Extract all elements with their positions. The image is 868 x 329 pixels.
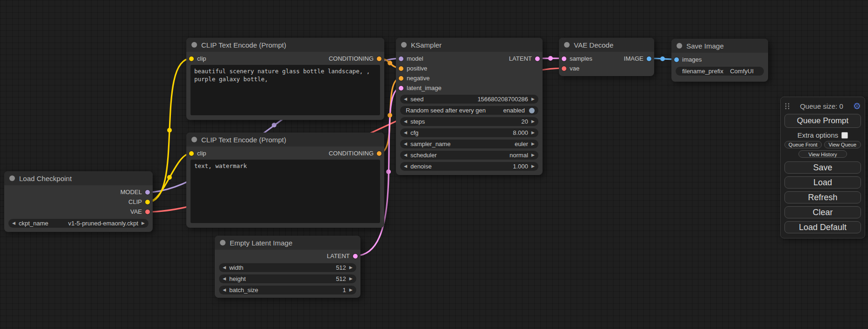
- widget-name: sampler_name: [410, 140, 451, 147]
- prompt-text-input[interactable]: beautiful scenery nature glass bottle la…: [191, 65, 380, 115]
- widget-value: 20: [428, 118, 528, 125]
- node-clip-text-encode-positive[interactable]: CLIP Text Encode (Prompt) clip CONDITION…: [186, 38, 384, 120]
- collapse-dot[interactable]: [220, 240, 226, 245]
- increment-arrow-icon[interactable]: ▶: [531, 119, 535, 124]
- clip-input-port[interactable]: [189, 56, 194, 61]
- collapse-dot[interactable]: [191, 42, 197, 48]
- wire-dot-image: [660, 56, 665, 61]
- prompt-text-input[interactable]: text, watermark: [191, 160, 380, 223]
- decrement-arrow-icon[interactable]: ◀: [223, 266, 226, 270]
- widget-value: enabled: [489, 107, 526, 114]
- gear-icon[interactable]: ⚙: [853, 102, 861, 111]
- slot-label: images: [682, 56, 702, 63]
- view-queue-button[interactable]: View Queue: [824, 141, 861, 148]
- widget-name: height: [229, 275, 246, 282]
- image-output-port[interactable]: [647, 56, 651, 61]
- widget-value: 1: [261, 287, 346, 294]
- node-title: Empty Latent Image: [230, 239, 292, 247]
- width-widget[interactable]: ◀ width 512 ▶: [219, 263, 356, 272]
- collapse-dot[interactable]: [9, 175, 15, 181]
- collapse-dot[interactable]: [191, 137, 197, 142]
- collapse-dot[interactable]: [564, 42, 570, 48]
- clip-output-port[interactable]: [145, 200, 150, 204]
- latent-output-port[interactable]: [353, 254, 358, 259]
- collapse-dot[interactable]: [401, 42, 407, 48]
- decrement-arrow-icon[interactable]: ◀: [404, 153, 407, 157]
- positive-input-port[interactable]: [399, 66, 403, 71]
- images-input-port[interactable]: [674, 57, 679, 62]
- increment-arrow-icon[interactable]: ▶: [349, 288, 353, 292]
- filename-prefix-widget[interactable]: filename_prefix ComfyUI: [676, 67, 764, 76]
- node-clip-text-encode-negative[interactable]: CLIP Text Encode (Prompt) clip CONDITION…: [186, 133, 384, 228]
- load-button[interactable]: Load: [784, 176, 861, 189]
- clip-input-port[interactable]: [189, 151, 194, 156]
- queue-prompt-button[interactable]: Queue Prompt: [784, 114, 861, 128]
- increment-arrow-icon[interactable]: ▶: [531, 131, 535, 135]
- increment-arrow-icon[interactable]: ▶: [531, 97, 535, 101]
- node-ksampler[interactable]: KSampler model LATENT positive negative …: [396, 38, 543, 175]
- ckpt-name-widget[interactable]: ◀ ckpt_name v1-5-pruned-emaonly.ckpt ▶: [8, 219, 148, 228]
- refresh-button[interactable]: Refresh: [784, 191, 861, 203]
- cfg-widget[interactable]: ◀ cfg 8.000 ▶: [400, 128, 538, 137]
- queue-front-button[interactable]: Queue Front: [784, 141, 822, 148]
- node-title-bar[interactable]: CLIP Text Encode (Prompt): [186, 38, 384, 52]
- node-vae-decode[interactable]: VAE Decode samples IMAGE vae: [559, 38, 654, 76]
- conditioning-output-port[interactable]: [377, 151, 381, 156]
- collapse-dot[interactable]: [677, 43, 682, 49]
- comfy-menu-panel: Queue size: 0 ⚙ Queue Prompt Extra optio…: [780, 97, 865, 238]
- increment-arrow-icon[interactable]: ▶: [141, 221, 145, 225]
- load-default-button[interactable]: Load Default: [784, 221, 861, 233]
- decrement-arrow-icon[interactable]: ◀: [404, 142, 407, 146]
- seed-widget[interactable]: ◀ seed 156680208700286 ▶: [400, 95, 538, 104]
- node-title: VAE Decode: [574, 41, 614, 49]
- increment-arrow-icon[interactable]: ▶: [531, 153, 535, 157]
- decrement-arrow-icon[interactable]: ◀: [404, 97, 407, 101]
- vae-input-port[interactable]: [562, 66, 566, 71]
- model-output-port[interactable]: [145, 190, 150, 195]
- extra-options-label: Extra options: [797, 131, 839, 139]
- increment-arrow-icon[interactable]: ▶: [531, 142, 535, 146]
- increment-arrow-icon[interactable]: ▶: [531, 164, 535, 168]
- node-title-bar[interactable]: CLIP Text Encode (Prompt): [186, 133, 384, 147]
- node-load-checkpoint[interactable]: Load Checkpoint MODEL CLIP VAE ◀ ckpt_na…: [4, 171, 153, 232]
- wire-dot-latent-in: [386, 169, 391, 174]
- decrement-arrow-icon[interactable]: ◀: [404, 164, 407, 168]
- widget-name: steps: [410, 118, 425, 125]
- node-save-image[interactable]: Save Image images filename_prefix ComfyU…: [671, 39, 768, 82]
- latent-image-input-port[interactable]: [399, 86, 403, 91]
- decrement-arrow-icon[interactable]: ◀: [223, 288, 226, 292]
- save-button[interactable]: Save: [784, 161, 861, 174]
- toggle-indicator[interactable]: [529, 108, 535, 113]
- random-seed-toggle[interactable]: Random seed after every gen enabled: [400, 106, 538, 115]
- batch-size-widget[interactable]: ◀ batch_size 1 ▶: [219, 286, 356, 294]
- node-title-bar[interactable]: Save Image: [671, 39, 768, 53]
- node-title-bar[interactable]: Load Checkpoint: [4, 171, 153, 185]
- sampler-name-widget[interactable]: ◀ sampler_name euler ▶: [400, 140, 538, 148]
- conditioning-output-port[interactable]: [377, 56, 381, 61]
- latent-output-port[interactable]: [535, 56, 540, 61]
- node-title-bar[interactable]: Empty Latent Image: [215, 236, 360, 250]
- denoise-widget[interactable]: ◀ denoise 1.000 ▶: [400, 162, 538, 171]
- decrement-arrow-icon[interactable]: ◀: [404, 131, 407, 135]
- negative-input-port[interactable]: [399, 76, 403, 81]
- height-widget[interactable]: ◀ height 512 ▶: [219, 274, 356, 283]
- increment-arrow-icon[interactable]: ▶: [349, 277, 353, 281]
- node-empty-latent-image[interactable]: Empty Latent Image LATENT ◀ width 512 ▶ …: [215, 236, 360, 298]
- clear-button[interactable]: Clear: [784, 206, 861, 218]
- extra-options-checkbox[interactable]: [841, 132, 848, 139]
- drag-handle[interactable]: [784, 103, 790, 110]
- scheduler-widget[interactable]: ◀ scheduler normal ▶: [400, 151, 538, 160]
- vae-output-port[interactable]: [145, 210, 150, 214]
- decrement-arrow-icon[interactable]: ◀: [12, 221, 15, 225]
- increment-arrow-icon[interactable]: ▶: [349, 266, 353, 270]
- view-history-button[interactable]: View History: [798, 150, 847, 158]
- graph-canvas[interactable]: { "colors": { "model": "#B39DDB", "clip"…: [0, 0, 868, 329]
- samples-input-port[interactable]: [562, 56, 566, 61]
- steps-widget[interactable]: ◀ steps 20 ▶: [400, 117, 538, 126]
- decrement-arrow-icon[interactable]: ◀: [404, 119, 407, 124]
- node-title-bar[interactable]: KSampler: [396, 38, 543, 52]
- widget-name: denoise: [410, 163, 432, 170]
- model-input-port[interactable]: [399, 56, 403, 61]
- node-title-bar[interactable]: VAE Decode: [559, 38, 654, 52]
- decrement-arrow-icon[interactable]: ◀: [223, 277, 226, 281]
